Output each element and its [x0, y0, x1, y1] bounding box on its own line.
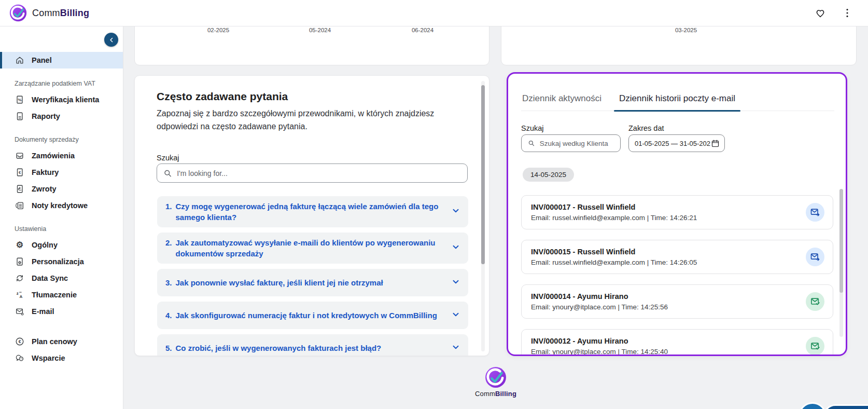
- faq-item-number: 1.: [165, 201, 172, 223]
- faq-item-1[interactable]: 1.Czy mogę wygenerować jedną fakturę łąc…: [157, 196, 468, 227]
- chat-widget-button[interactable]: [799, 402, 827, 409]
- sidebar-item-email[interactable]: E-mail: [0, 303, 123, 320]
- faq-scrollbar[interactable]: [481, 81, 485, 351]
- entry-title: INV/000017 - Russell Winfield: [531, 203, 697, 211]
- sidebar-item-raporty[interactable]: Raporty: [0, 108, 123, 125]
- sidebar-item-label: Data Sync: [32, 274, 68, 282]
- date-group-chip: 14-05-2025: [523, 168, 574, 182]
- tab-dziennik-aktywnosci[interactable]: Dziennik aktywności: [521, 93, 603, 111]
- search-icon: [528, 139, 535, 147]
- translate-icon: żA: [15, 290, 25, 299]
- faq-item-question: Czy mogę wygenerować jedną fakturę łączą…: [176, 201, 443, 223]
- email-delivered-icon[interactable]: [806, 292, 824, 311]
- panel-scrollbar[interactable]: [839, 189, 843, 337]
- orders-tray-icon: [15, 151, 25, 160]
- chart-card-left: 02-2025 05-2024 06-2024: [134, 26, 489, 65]
- sidebar: Panel Zarządzanie podatkiem VAT % Weryfi…: [0, 26, 123, 409]
- sidebar-item-noty-kredytowe[interactable]: Noty kredytowe: [0, 197, 123, 214]
- personalization-icon: [15, 257, 25, 266]
- faq-card: Często zadawane pytania Zapoznaj się z b…: [134, 75, 489, 356]
- faq-item-question: Jak zautomatyzować wysyłanie e-maili do …: [176, 237, 443, 259]
- report-icon: [15, 112, 25, 121]
- credit-note-icon: [15, 201, 25, 210]
- faq-search-input[interactable]: [177, 169, 461, 178]
- faq-search-box[interactable]: [157, 163, 468, 183]
- x-axis-tick: 03-2025: [675, 27, 697, 33]
- sidebar-item-data-sync[interactable]: Data Sync: [0, 270, 123, 287]
- faq-subtitle: Zapoznaj się z bardzo szczegółowymi prze…: [157, 107, 439, 133]
- faq-item-question: Jak skonfigurować numerację faktur i not…: [176, 310, 437, 321]
- returns-icon: [15, 184, 25, 194]
- chat-widget-pill[interactable]: [823, 404, 868, 409]
- sidebar-item-weryfikacja-klienta[interactable]: % Weryfikacja klienta: [0, 91, 123, 108]
- email-log-row: INV/000014 - Ayumu Hirano Email: ynoury@…: [521, 284, 833, 319]
- panel-tabs: Dziennik aktywności Dziennik historii po…: [521, 93, 834, 111]
- faq-item-question: Jak ponownie wysłać fakturę, jeśli klien…: [176, 277, 383, 288]
- brand-name: CommBilling: [32, 8, 89, 19]
- sidebar-item-plan-cenowy[interactable]: € Plan cenowy: [0, 333, 123, 350]
- sidebar-item-wsparcie[interactable]: Wsparcie: [0, 350, 123, 366]
- main-content: 02-2025 05-2024 06-2024 03-2025 Często z…: [123, 26, 868, 409]
- sidebar-item-label: Tłumaczenie: [32, 291, 77, 299]
- sidebar-item-ogolny[interactable]: ⚙ Ogólny: [0, 237, 123, 253]
- email-log-list: INV/000017 - Russell Winfield Email: rus…: [521, 195, 833, 356]
- date-range-picker[interactable]: 01-05-2025 — 31-05-202: [628, 134, 725, 152]
- svg-text:€: €: [19, 170, 21, 175]
- sidebar-item-panel[interactable]: Panel: [0, 52, 123, 69]
- heart-icon[interactable]: [814, 7, 827, 19]
- sidebar-item-personalizacja[interactable]: Personalizacja: [0, 253, 123, 270]
- calendar-icon: [711, 139, 720, 148]
- sidebar-item-tlumaczenie[interactable]: żA Tłumaczenie: [0, 287, 123, 303]
- sidebar-section-settings: Ustawienia: [15, 225, 123, 233]
- sidebar-item-zwroty[interactable]: Zwroty: [0, 181, 123, 197]
- entry-title: INV/000012 - Ayumu Hirano: [531, 337, 668, 345]
- client-search-box[interactable]: [521, 134, 621, 152]
- faq-search-label: Szukaj: [157, 154, 179, 162]
- faq-item-3[interactable]: 3.Jak ponownie wysłać fakturę, jeśli kli…: [157, 269, 468, 296]
- scrollbar-thumb[interactable]: [839, 189, 843, 293]
- chevron-down-icon: [451, 310, 460, 321]
- gear-icon: ⚙: [15, 241, 25, 249]
- email-sent-icon[interactable]: [806, 203, 824, 222]
- footer-brand-name: CommBilling: [475, 390, 516, 398]
- sidebar-item-label: Faktury: [32, 168, 59, 176]
- x-axis-tick: 02-2025: [207, 27, 229, 33]
- entry-title: INV/000015 - Russell Winfield: [531, 248, 697, 256]
- email-sent-icon[interactable]: [806, 248, 824, 266]
- faq-item-number: 4.: [165, 310, 172, 321]
- x-axis-tick: 05-2024: [309, 27, 331, 33]
- faq-item-2[interactable]: 2.Jak zautomatyzować wysyłanie e-maili d…: [157, 233, 468, 264]
- euro-circle-icon: €: [15, 337, 25, 346]
- sidebar-item-label: Ogólny: [32, 241, 58, 249]
- entry-detail: Email: ynoury@itplace.com | Time: 14:25:…: [531, 348, 668, 356]
- svg-text:%: %: [18, 98, 21, 102]
- kebab-menu-icon[interactable]: [841, 7, 853, 19]
- sidebar-item-label: E-mail: [32, 307, 54, 316]
- sidebar-item-zamowienia[interactable]: Zamówienia: [0, 147, 123, 164]
- faq-item-question: Co zrobić, jeśli w wygenerowanych faktur…: [176, 343, 382, 353]
- chevron-down-icon: [451, 277, 460, 289]
- faq-item-4[interactable]: 4.Jak skonfigurować numerację faktur i n…: [157, 302, 468, 329]
- sidebar-section-vat: Zarządzanie podatkiem VAT: [15, 80, 123, 87]
- svg-text:€: €: [19, 339, 21, 344]
- chart-card-right: 03-2025: [501, 26, 857, 65]
- app-logo: CommBilling: [9, 4, 89, 22]
- receipt-percent-icon: %: [15, 95, 25, 104]
- sidebar-item-label: Raporty: [32, 112, 60, 120]
- scrollbar-thumb[interactable]: [481, 85, 485, 264]
- sidebar-collapse-button[interactable]: [104, 33, 118, 47]
- email-delivered-icon[interactable]: [806, 337, 824, 356]
- client-search-input[interactable]: [540, 140, 614, 147]
- faq-list: 1.Czy mogę wygenerować jedną fakturę łąc…: [157, 196, 468, 356]
- faq-title: Często zadawane pytania: [157, 90, 288, 103]
- faq-item-number: 3.: [165, 277, 172, 288]
- chevron-down-icon: [451, 343, 460, 354]
- home-icon: [15, 56, 25, 65]
- sidebar-item-label: Weryfikacja klienta: [32, 96, 99, 104]
- panel-search-label: Szukaj: [521, 124, 544, 132]
- sidebar-item-faktury[interactable]: € Faktury: [0, 164, 123, 181]
- faq-item-5[interactable]: 5.Co zrobić, jeśli w wygenerowanych fakt…: [157, 334, 468, 356]
- sidebar-item-label: Panel: [32, 56, 52, 64]
- date-range-value: 01-05-2025 — 31-05-202: [635, 140, 710, 147]
- tab-dziennik-historii-poczty[interactable]: Dziennik historii poczty e-mail: [618, 93, 736, 111]
